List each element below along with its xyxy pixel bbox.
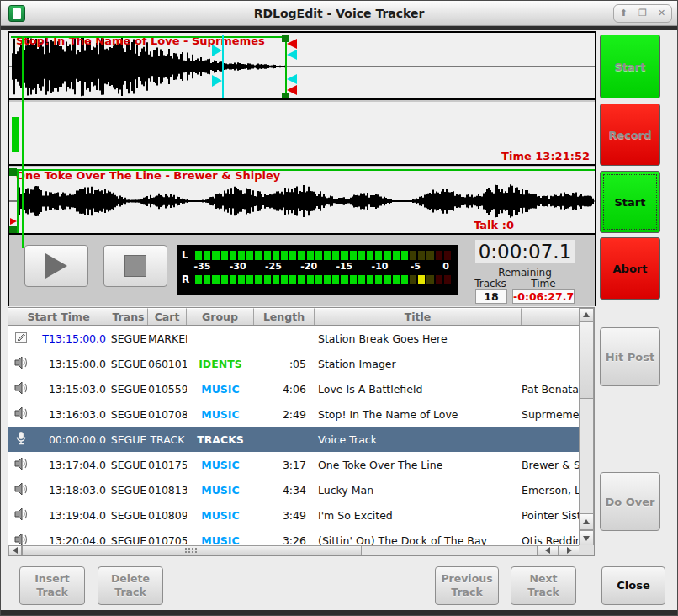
meter-segment	[436, 251, 442, 260]
cue-marker-cyan-bottom[interactable]	[287, 74, 297, 84]
scroll-down-button[interactable]	[579, 530, 594, 547]
cell-cart: 010708	[148, 408, 187, 421]
scroll-left-button2[interactable]	[537, 545, 559, 555]
talk-marker-handle-bottom[interactable]	[212, 75, 222, 87]
cell-length: 4:06	[254, 383, 315, 396]
cell-trans: SEGUE	[109, 509, 148, 522]
meter-scale-label: -35	[194, 261, 211, 272]
log-row[interactable]: 13:15:00.0SEGUE060101IDENTS:05Station Im…	[8, 351, 580, 376]
vertical-scroll-thumb[interactable]	[579, 321, 594, 399]
meter-segment	[315, 251, 322, 260]
log-event-table: Start TimeTransCartGroupLengthTitle T13:…	[8, 307, 595, 556]
next-track-button[interactable]: Next Track	[511, 566, 576, 605]
cell-group: MUSIC	[187, 383, 254, 396]
log-row[interactable]: 13:19:04.0SEGUE010809MUSIC3:49I'm So Exc…	[8, 502, 580, 528]
log-row[interactable]: 13:16:03.0SEGUE010708MUSIC2:49Stop! In T…	[8, 401, 580, 427]
fade-marker-red-bottom[interactable]	[287, 85, 297, 95]
meter-segment	[221, 251, 228, 260]
titlebar[interactable]: RDLogEdit - Voice Tracker ⬆ ❐ ✕	[1, 1, 677, 26]
meter-segment	[444, 275, 451, 284]
shade-window-icon[interactable]: ⬆	[616, 6, 631, 21]
talk-marker-line[interactable]	[222, 35, 224, 99]
meter-segment	[298, 251, 305, 260]
column-header-group[interactable]: Group	[187, 308, 254, 325]
column-header-title[interactable]: Title	[315, 308, 522, 325]
delete-track-button[interactable]: Delete Track	[98, 566, 163, 605]
track2-title: One Toke Over The Line - Brewer & Shiple…	[16, 169, 280, 182]
scroll-up-button[interactable]	[579, 308, 594, 321]
track2-start-marker-line[interactable]	[17, 169, 19, 233]
cue-marker-cyan-top[interactable]	[287, 50, 297, 60]
scroll-up-button2[interactable]	[579, 513, 594, 530]
horizontal-scrollbar[interactable]	[8, 545, 580, 555]
vertical-scrollbar[interactable]	[579, 308, 594, 547]
meter-segment	[341, 251, 347, 260]
cell-title: I'm So Excited	[315, 509, 522, 522]
cell-trans: SEGUE	[109, 358, 148, 370]
log-row[interactable]: 00:00:00.0SEGUETRACKTRACKSVoice Track	[8, 427, 580, 452]
start-playback1-button[interactable]: Start	[600, 35, 660, 98]
column-header-artist[interactable]	[522, 308, 580, 325]
meter-segment	[246, 275, 253, 284]
meter-segment	[289, 275, 296, 284]
track2-marker-handle-top[interactable]	[9, 168, 17, 176]
scroll-right-button[interactable]	[559, 545, 580, 555]
meter-segment	[230, 251, 236, 260]
speaker-icon	[8, 355, 30, 373]
log-row[interactable]: 13:20:04.0SEGUE010705MUSIC3:26(Sittin' O…	[8, 528, 580, 547]
talk-marker-handle-top[interactable]	[212, 45, 222, 56]
column-header-trans[interactable]: Trans	[109, 308, 148, 325]
cell-start-time: 13:18:03.0	[8, 481, 109, 499]
time-remaining-value: -0:06:27.7	[512, 289, 575, 304]
hit-post-button[interactable]: Hit Post	[600, 327, 660, 386]
start-playback2-button[interactable]: Start	[600, 171, 660, 233]
scroll-left-button[interactable]	[8, 545, 22, 555]
meter-segment	[264, 275, 271, 284]
meter-segment	[367, 251, 373, 260]
close-button[interactable]: Close	[601, 566, 665, 605]
cell-length: 4:34	[254, 484, 315, 497]
meter-segment	[289, 251, 296, 260]
meter-segment	[375, 251, 382, 260]
record-button[interactable]: Record	[600, 104, 660, 166]
table-body: T13:15:00.0SEGUEMARKERStation Break Goes…	[8, 326, 580, 547]
close-window-icon[interactable]: ✕	[654, 6, 670, 21]
column-header-cart[interactable]: Cart	[148, 308, 187, 325]
maximize-window-icon[interactable]: ❐	[635, 6, 650, 21]
meter-segment	[375, 275, 382, 284]
log-row[interactable]: 13:18:03.0SEGUE010813MUSIC4:34Lucky ManE…	[8, 477, 580, 502]
do-over-button[interactable]: Do Over	[600, 472, 660, 531]
fade-marker-red-top[interactable]	[287, 39, 297, 49]
rdlogedit-voice-tracker-window: RDLogEdit - Voice Tracker ⬆ ❐ ✕ Stop! In…	[0, 0, 678, 616]
tracks-remaining-label: Tracks	[472, 278, 509, 289]
column-header-length[interactable]: Length	[254, 308, 315, 325]
speaker-icon	[8, 507, 30, 524]
track2-marker-handle-bottom[interactable]	[9, 226, 17, 234]
meter-left-segments	[195, 251, 451, 260]
log-row[interactable]: 13:17:04.0SEGUE010175MUSIC3:17One Toke O…	[8, 452, 580, 477]
track2-fade-marker[interactable]	[10, 218, 17, 225]
horizontal-scroll-thumb[interactable]	[22, 545, 362, 555]
meter-segment	[410, 251, 416, 260]
cell-length: 2:49	[254, 408, 315, 421]
meter-segment	[384, 275, 390, 284]
marker-icon	[8, 330, 30, 348]
meter-segment	[436, 275, 442, 284]
transport-bar: L -35-30-25-20-15-10-50 R 0:00:07.1 Rema…	[9, 236, 595, 306]
previous-track-button[interactable]: Previous Track	[435, 566, 499, 605]
cell-artist: Pat Benatar	[522, 383, 580, 396]
insert-track-button[interactable]: Insert Track	[19, 566, 85, 605]
meter-segment	[401, 275, 408, 284]
log-row[interactable]: 13:15:03.0SEGUE010559MUSIC4:06Love Is A …	[8, 376, 580, 401]
abort-button[interactable]: Abort	[600, 237, 660, 300]
play-button[interactable]	[24, 245, 88, 287]
cell-trans: SEGUE	[109, 484, 148, 497]
column-header-start-time[interactable]: Start Time	[8, 308, 109, 325]
cell-trans: SEGUE	[109, 332, 148, 345]
window-controls: ⬆ ❐ ✕	[613, 4, 672, 23]
meter-segment	[332, 275, 339, 284]
cell-cart: MARKER	[148, 332, 187, 345]
time-remaining-label: Time	[512, 278, 575, 289]
log-row[interactable]: T13:15:00.0SEGUEMARKERStation Break Goes…	[8, 326, 580, 351]
stop-button[interactable]	[103, 245, 167, 287]
